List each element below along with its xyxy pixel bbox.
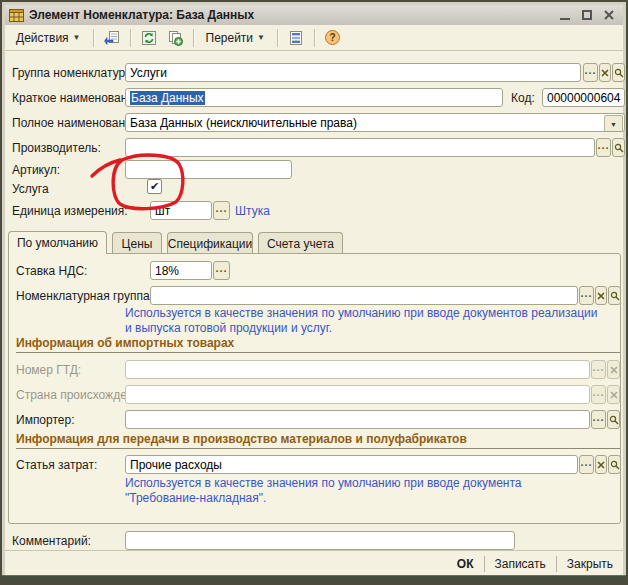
service-label: Услуга bbox=[12, 182, 49, 196]
chevron-down-icon: ▼ bbox=[610, 121, 617, 128]
importer-open-button[interactable] bbox=[607, 410, 620, 429]
unit-choose-button[interactable]: ... bbox=[213, 201, 230, 220]
close-icon[interactable] bbox=[603, 9, 615, 21]
tab-label: Спецификации bbox=[168, 237, 252, 251]
help-button[interactable]: ? bbox=[320, 26, 346, 50]
cost-item-field[interactable]: Прочие расходы bbox=[125, 455, 578, 474]
magnifier-icon bbox=[614, 68, 624, 78]
tab-specifications[interactable]: Спецификации bbox=[167, 232, 253, 254]
list-structure-icon bbox=[288, 30, 304, 46]
gtd-clear-button[interactable] bbox=[607, 360, 620, 379]
group-field[interactable]: Услуги bbox=[125, 63, 581, 82]
clear-icon bbox=[610, 366, 618, 374]
country-clear-button[interactable] bbox=[607, 385, 620, 404]
article-field[interactable] bbox=[125, 160, 292, 179]
cost-choose-button[interactable]: ... bbox=[579, 455, 594, 474]
ellipsis-icon: ... bbox=[597, 140, 609, 151]
goto-label: Перейти bbox=[206, 31, 254, 45]
tab-label: Цены bbox=[122, 237, 153, 251]
full-name-label: Полное наименование: bbox=[12, 116, 142, 130]
refresh-button[interactable] bbox=[136, 26, 162, 50]
tab-accounts[interactable]: Счета учета bbox=[258, 232, 343, 254]
related-list-button[interactable] bbox=[283, 26, 309, 50]
toolbar-separator bbox=[314, 29, 315, 47]
goto-menu-button[interactable]: Перейти ▼ bbox=[199, 28, 272, 48]
gtd-field[interactable] bbox=[125, 360, 590, 379]
nomgroup-field[interactable] bbox=[150, 286, 578, 305]
dropdown-button[interactable]: ▼ bbox=[604, 115, 623, 132]
close-button[interactable]: Закрыть bbox=[557, 555, 623, 573]
country-choose-button[interactable]: ... bbox=[591, 385, 606, 404]
service-checkbox[interactable]: ✔ bbox=[147, 179, 162, 194]
gtd-label: Номер ГТД: bbox=[16, 363, 81, 377]
help-icon: ? bbox=[324, 29, 341, 46]
save-icon bbox=[104, 30, 120, 46]
cost-open-button[interactable] bbox=[608, 455, 621, 474]
production-section-header: Информация для передачи в производство м… bbox=[16, 432, 620, 449]
importer-choose-button[interactable]: ... bbox=[591, 410, 606, 429]
country-field[interactable] bbox=[125, 385, 590, 404]
actions-menu-button[interactable]: Действия ▼ bbox=[9, 28, 88, 48]
group-clear-button[interactable] bbox=[599, 63, 611, 82]
cost-clear-button[interactable] bbox=[595, 455, 607, 474]
tab-label: По умолчанию bbox=[17, 236, 98, 250]
gtd-choose-button[interactable]: ... bbox=[591, 360, 606, 379]
nomenclature-element-window: Элемент Номенклатура: База Данных Действ… bbox=[0, 0, 628, 585]
cost-hint-text: Используется в качестве значения по умол… bbox=[125, 476, 545, 506]
comment-label: Комментарий: bbox=[12, 534, 91, 548]
short-name-value: База Данных bbox=[130, 91, 205, 105]
clear-icon bbox=[610, 391, 618, 399]
code-field[interactable]: 00000000604 bbox=[542, 88, 625, 107]
ellipsis-icon: ... bbox=[580, 288, 592, 299]
group-value: Услуги bbox=[130, 66, 167, 80]
ellipsis-icon: ... bbox=[592, 362, 604, 373]
cost-item-value: Прочие расходы bbox=[130, 458, 222, 472]
nomgroup-open-button[interactable] bbox=[608, 286, 621, 305]
code-value: 00000000604 bbox=[547, 91, 620, 105]
tab-prices[interactable]: Цены bbox=[112, 232, 162, 254]
vat-choose-button[interactable]: ... bbox=[213, 261, 230, 280]
magnifier-icon bbox=[610, 291, 620, 301]
ellipsis-icon: ... bbox=[592, 387, 604, 398]
minimize-icon[interactable] bbox=[559, 9, 571, 21]
nomgroup-hint-text: Используется в качестве значения по умол… bbox=[125, 306, 607, 336]
chevron-down-icon: ▼ bbox=[73, 33, 81, 42]
write-button[interactable]: Записать bbox=[485, 555, 556, 573]
title-bar[interactable]: Элемент Номенклатура: База Данных bbox=[5, 5, 623, 25]
svg-text:?: ? bbox=[330, 32, 336, 43]
vat-label: Ставка НДС: bbox=[16, 264, 87, 278]
nomgroup-clear-button[interactable] bbox=[595, 286, 607, 305]
toolbar-separator bbox=[130, 29, 131, 47]
unit-field[interactable]: шт bbox=[150, 201, 212, 220]
import-section-header: Информация об импортных товарах bbox=[16, 336, 620, 353]
manufacturer-label: Производитель: bbox=[12, 141, 101, 155]
vat-field[interactable]: 18% bbox=[150, 261, 212, 280]
window-title: Элемент Номенклатура: База Данных bbox=[29, 8, 254, 22]
unit-label: Единица измерения: bbox=[12, 204, 128, 218]
code-label: Код: bbox=[511, 91, 535, 105]
manufacturer-choose-button[interactable]: ... bbox=[596, 138, 611, 157]
group-choose-button[interactable]: ... bbox=[583, 63, 598, 82]
manufacturer-field[interactable] bbox=[125, 138, 595, 157]
comment-field[interactable] bbox=[125, 531, 515, 550]
ok-button[interactable]: ОК bbox=[447, 555, 484, 573]
maximize-icon[interactable] bbox=[581, 9, 593, 21]
ellipsis-icon: ... bbox=[592, 412, 604, 423]
manufacturer-open-button[interactable] bbox=[612, 138, 625, 157]
full-name-value: База Данных (неисключительные права) bbox=[130, 116, 357, 130]
footer-bar: ОК Записать Закрыть bbox=[5, 550, 623, 576]
importer-field[interactable] bbox=[125, 410, 590, 429]
checkmark-icon: ✔ bbox=[150, 180, 159, 193]
ellipsis-icon: ... bbox=[215, 203, 227, 214]
refresh-icon bbox=[141, 30, 157, 46]
short-name-field[interactable]: База Данных bbox=[125, 88, 503, 107]
toolbar-separator bbox=[93, 29, 94, 47]
cost-item-label: Статья затрат: bbox=[16, 458, 97, 472]
group-open-button[interactable] bbox=[612, 63, 625, 82]
unit-value: шт bbox=[155, 204, 170, 218]
full-name-field[interactable]: База Данных (неисключительные права) ▼ bbox=[125, 113, 625, 132]
nomgroup-choose-button[interactable]: ... bbox=[579, 286, 594, 305]
tab-default[interactable]: По умолчанию bbox=[8, 231, 107, 254]
save-button[interactable] bbox=[99, 26, 125, 50]
copy-button[interactable] bbox=[162, 26, 188, 50]
